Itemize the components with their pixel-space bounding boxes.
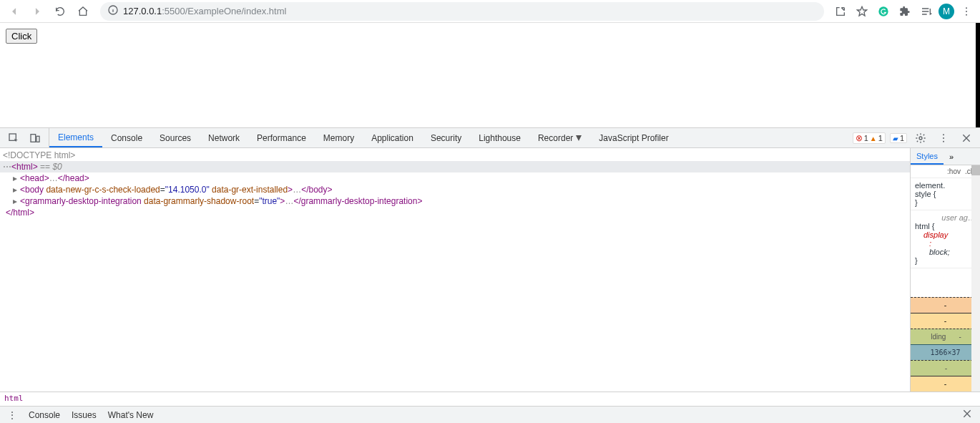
devtools-tabbar: Elements Console Sources Network Perform… (0, 128, 980, 148)
tab-console[interactable]: Console (102, 128, 151, 147)
reload-button[interactable] (50, 1, 70, 21)
drawer-tab-console[interactable]: Console (29, 410, 60, 420)
dom-line[interactable]: ▸<body data-new-gr-c-s-check-loaded="14.… (0, 184, 910, 195)
dom-line[interactable]: <!DOCTYPE html> (0, 150, 910, 161)
error-badge[interactable]: 1 1 (853, 132, 886, 144)
drawer-kebab-icon[interactable]: ⋮ (7, 409, 17, 421)
tab-lighthouse[interactable]: Lighthouse (470, 128, 529, 147)
tab-performance[interactable]: Performance (248, 128, 315, 147)
click-button[interactable]: Click (6, 29, 37, 44)
element-style-rule[interactable]: element. style { } (911, 178, 980, 210)
devtools-panel: Elements Console Sources Network Perform… (0, 127, 980, 423)
bm-content: 1366×37 (911, 344, 980, 360)
breadcrumb[interactable]: html (0, 392, 980, 406)
devtools-kebab-icon[interactable] (934, 129, 953, 147)
svg-point-9 (943, 134, 944, 135)
settings-gear-icon[interactable] (911, 129, 930, 147)
dom-line[interactable]: ▸<head>…</head> (0, 172, 910, 184)
scrollbar[interactable] (971, 165, 980, 392)
back-button[interactable] (4, 1, 24, 21)
reading-list-icon[interactable] (917, 2, 936, 21)
tab-recorder[interactable]: Recorder (529, 128, 590, 147)
extensions-icon[interactable] (896, 2, 914, 21)
inspect-element-icon[interactable] (4, 129, 23, 147)
bookmark-star-icon[interactable] (853, 2, 871, 21)
forward-button[interactable] (27, 1, 47, 21)
elements-tree[interactable]: <!DOCTYPE html> ⋯<html> == $0 ▸<head>…</… (0, 148, 910, 392)
bm-padding: - (911, 360, 980, 376)
box-model: - - lding - 1366×37 - - (911, 268, 980, 392)
tab-application[interactable]: Application (363, 128, 422, 147)
tab-network[interactable]: Network (200, 128, 248, 147)
browser-toolbar: 127.0.0.1:5500/ExampleOne/index.html M (0, 0, 980, 23)
page-viewport: Click (0, 23, 980, 127)
svg-point-11 (943, 140, 944, 142)
svg-point-10 (943, 137, 944, 139)
kebab-menu-icon[interactable] (957, 2, 976, 21)
svg-point-4 (966, 14, 967, 15)
devtools-close-icon[interactable] (957, 129, 976, 147)
share-icon[interactable] (831, 2, 850, 21)
hov-toggle[interactable]: :hov (947, 167, 961, 175)
drawer-close-icon[interactable] (961, 408, 973, 422)
svg-point-1 (878, 6, 888, 16)
address-bar[interactable]: 127.0.0.1:5500/ExampleOne/index.html (100, 2, 824, 21)
home-button[interactable] (73, 1, 93, 21)
svg-point-8 (919, 137, 922, 140)
svg-point-3 (966, 11, 967, 12)
dom-line-selected[interactable]: ⋯<html> == $0 (0, 161, 910, 172)
tab-sources[interactable]: Sources (151, 128, 200, 147)
profile-avatar[interactable]: M (939, 4, 954, 19)
dom-line[interactable]: </html> (0, 207, 910, 218)
html-rule[interactable]: user ag… html { display : block; } (911, 210, 980, 268)
svg-point-2 (966, 7, 967, 9)
tab-memory[interactable]: Memory (315, 128, 363, 147)
drawer-tab-issues[interactable]: Issues (72, 410, 97, 420)
styles-more-icon[interactable]: » (944, 148, 959, 165)
drawer-tab-whatsnew[interactable]: What's New (108, 410, 154, 420)
svg-rect-7 (36, 136, 39, 142)
bm-padding: lding - (911, 329, 980, 344)
url-text: 127.0.0.1:5500/ExampleOne/index.html (123, 6, 286, 16)
styles-tab[interactable]: Styles (911, 148, 944, 165)
info-icon[interactable] (107, 4, 119, 18)
tab-jsprofiler[interactable]: JavaScript Profiler (590, 128, 677, 147)
bm-margin: - (911, 297, 980, 313)
devtools-drawer: ⋮ Console Issues What's New (0, 406, 980, 423)
dom-line[interactable]: ▸<grammarly-desktop-integration data-gra… (0, 195, 910, 207)
grammarly-icon[interactable] (874, 2, 893, 21)
tab-elements[interactable]: Elements (49, 128, 102, 147)
bm-border: - (911, 376, 980, 392)
svg-rect-6 (31, 134, 36, 142)
messages-badge[interactable]: 1 (890, 133, 907, 143)
bm-border: - (911, 313, 980, 329)
tab-security[interactable]: Security (422, 128, 470, 147)
device-toggle-icon[interactable] (26, 129, 44, 147)
styles-panel: Styles » :hov .cls element. style { } us… (910, 148, 980, 392)
